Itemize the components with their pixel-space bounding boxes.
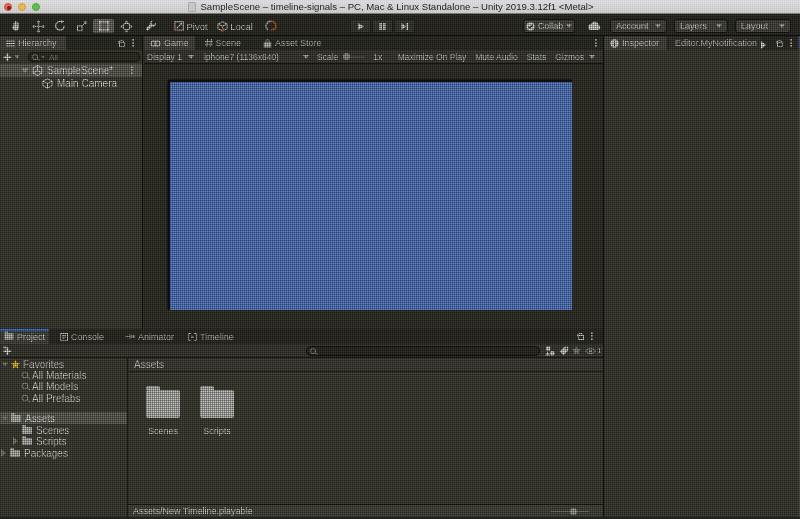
display-dropdown[interactable]: Display 1 [147,52,182,62]
game-menu-dots-icon[interactable] [595,39,597,48]
scenes-label: Scenes [36,425,69,436]
assets-header-label: Assets [134,359,164,370]
tree-row-assets[interactable]: Assets [0,412,127,424]
tab-editor-mynotification[interactable]: Editor.MyNotification [669,36,761,50]
account-label: Account [616,21,649,31]
hierarchy-search-input[interactable]: All [28,52,140,62]
tab-scroll-arrow-icon[interactable] [761,41,766,49]
scenes-folder[interactable] [146,390,180,418]
editor-tab-label: Editor.MyNotification [675,38,757,48]
add-object-arrow-icon[interactable] [14,55,19,58]
main-toolbar: Pivot Local [0,14,800,36]
scale-slider-knob[interactable] [343,53,350,60]
all-prefabs-search-icon [22,395,29,402]
play-button[interactable] [350,19,371,33]
thumbnail-zoom-knob[interactable] [570,508,577,515]
cloud-button[interactable] [585,19,605,33]
tab-console[interactable]: Console [57,329,107,344]
account-dropdown[interactable]: Account [610,19,667,33]
collab-dropdown[interactable]: Collab [523,19,575,33]
project-search-icon [310,348,316,354]
tab-inspector[interactable]: Inspector [604,36,667,50]
scale-icon [76,20,88,32]
assets-foldout-icon[interactable] [2,416,8,420]
packages-foldout-icon[interactable] [1,449,6,457]
add-asset-arrow-icon[interactable] [3,346,8,349]
add-object-button[interactable]: + [3,51,12,62]
scenes-folder-label: Scenes [136,426,190,436]
project-menu-dots-icon[interactable] [591,332,593,341]
hierarchy-row-maincamera[interactable]: Main Camera [0,77,142,90]
inspector-menu-dots-icon[interactable] [790,39,792,48]
local-toggle-button[interactable]: Local [217,19,253,33]
scene-menu-dots-icon[interactable] [131,66,133,75]
tree-row-scripts[interactable]: Scripts [0,435,127,447]
local-label: Local [230,21,253,32]
transform-tool-button[interactable] [116,19,136,33]
sync-progress-icon [264,19,278,33]
maximize-on-play-button[interactable]: Maximize On Play [398,52,467,62]
scripts-foldout-icon[interactable] [13,437,18,445]
step-button[interactable] [394,19,415,33]
play-icon [356,22,365,31]
tree-row-all-prefabs[interactable]: All Prefabs [0,392,127,404]
project-content: Assets Scenes Scripts [129,358,603,519]
favorites-foldout-icon[interactable] [2,362,8,366]
hierarchy-list-icon [6,40,15,47]
tab-scene[interactable]: Scene [199,36,248,50]
rotate-tool-button[interactable] [50,19,70,33]
project-toolbar: + [0,344,603,358]
resolution-dropdown[interactable]: iphone7 (1136x640) [204,52,279,62]
layout-arrow-icon [779,24,785,28]
pause-button[interactable] [372,19,393,33]
layers-label: Layers [680,21,707,31]
lock-icon[interactable] [119,42,125,47]
tree-row-all-models[interactable]: All Models [0,380,127,392]
project-lock-icon[interactable] [578,335,584,340]
favorites-star-icon[interactable] [572,346,581,355]
project-search-input[interactable] [306,346,540,356]
inspector-lock-icon[interactable] [777,42,783,47]
thumbnail-zoom-slider[interactable] [551,511,589,513]
scripts-folder[interactable] [200,390,234,418]
all-prefabs-label: All Prefabs [32,393,80,404]
hand-tool-button[interactable] [6,19,26,33]
scale-slider[interactable] [343,56,365,58]
foldout-icon[interactable] [21,68,29,73]
gizmos-dropdown[interactable]: Gizmos [555,52,584,62]
hierarchy-row-samplescene[interactable]: SampleScene* [0,64,142,77]
project-folder-icon [5,333,14,339]
tab-timeline[interactable]: Timeline [185,329,237,344]
close-button[interactable] [4,3,12,11]
layers-dropdown[interactable]: Layers [674,19,728,33]
unity-scene-icon [32,65,43,76]
mute-audio-button[interactable]: Mute Audio [475,52,518,62]
zoom-button[interactable] [32,3,40,11]
rect-tool-button[interactable] [93,19,114,33]
menu-dots-icon[interactable] [132,39,134,48]
game-tab-label: Game [164,38,189,48]
inspector-tab-label: Inspector [622,38,659,48]
minimize-button[interactable] [18,3,26,11]
layout-dropdown[interactable]: Layout [735,19,791,33]
timeline-icon [188,333,197,341]
rotate-icon [54,20,66,32]
scale-tool-button[interactable] [72,19,92,33]
layers-arrow-icon [716,24,722,28]
tree-row-packages[interactable]: Packages [0,447,127,459]
search-by-label-icon[interactable] [559,346,569,356]
search-by-type-icon[interactable] [545,346,555,356]
collab-arrow-icon [566,24,572,28]
tab-asset-store[interactable]: Asset Store [257,36,328,50]
hierarchy-search-placeholder: All [49,53,58,62]
info-icon [610,39,619,48]
custom-tool-button[interactable] [141,19,161,33]
hierarchy-panel: Hierarchy + All SampleScene* [0,36,143,329]
all-models-label: All Models [32,381,78,392]
tab-animator[interactable]: Animator [122,329,177,344]
stats-button[interactable]: Stats [527,52,546,62]
tab-game[interactable]: Game [144,36,195,50]
move-tool-button[interactable] [28,19,48,33]
pivot-toggle-button[interactable]: Pivot [174,19,208,33]
scripts-label: Scripts [36,436,67,447]
